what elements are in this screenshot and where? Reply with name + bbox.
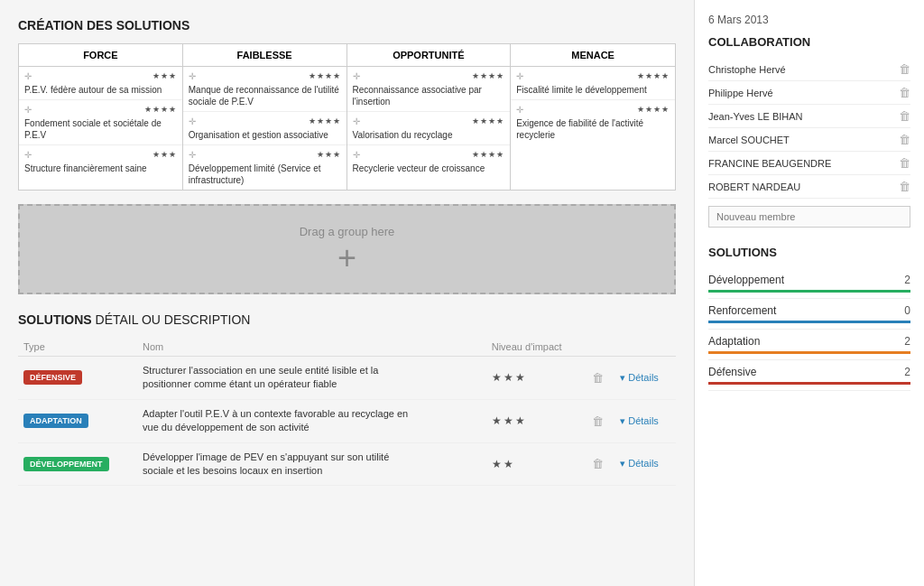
- member-name: Marcel SOUCHET: [708, 135, 790, 145]
- solution-label: Développement: [708, 274, 784, 286]
- swot-item-text: Fiscalité limite le développement: [516, 85, 647, 95]
- drag-handle-icon[interactable]: ✛: [516, 70, 523, 82]
- drag-handle-icon[interactable]: ✛: [353, 149, 360, 161]
- trash-icon[interactable]: 🗑: [899, 156, 910, 170]
- swot-item[interactable]: ✛ ★★★★ Valorisation du recyclage: [347, 112, 511, 145]
- trash-icon[interactable]: 🗑: [592, 457, 604, 470]
- table-row: ADAPTATION Adapter l'outil P.E.V à un co…: [18, 399, 676, 442]
- trash-icon[interactable]: 🗑: [899, 86, 910, 99]
- impact-cell: ★★★: [486, 357, 587, 400]
- badge-defensive: DÉFENSIVE: [23, 370, 82, 385]
- col-header-actions: [587, 338, 614, 357]
- impact-stars: ★★: [492, 458, 515, 470]
- badge-adaptation: ADAPTATION: [23, 414, 88, 428]
- member-name: Christophe Hervé: [708, 64, 786, 75]
- drag-handle-icon[interactable]: ✛: [353, 70, 360, 82]
- solutions-detail-title: SOLUTIONS DÉTAIL OU DESCRIPTION: [18, 312, 676, 327]
- table-row: DÉFENSIVE Structurer l'association en un…: [18, 357, 676, 400]
- solution-label: Défensive: [708, 366, 756, 378]
- details-cell[interactable]: ▾ Détails: [614, 442, 676, 486]
- trash-icon[interactable]: 🗑: [899, 180, 910, 193]
- drag-handle-icon[interactable]: ✛: [353, 116, 360, 127]
- swot-item[interactable]: ✛ ★★★★ Reconnaissance associative par l'…: [347, 67, 511, 112]
- stars: ★★★: [152, 150, 177, 161]
- impact-stars: ★★★: [492, 414, 527, 427]
- swot-col-opportunite: OPPORTUNITÉ ✛ ★★★★ Reconnaissance associ…: [347, 44, 512, 190]
- drag-handle-icon[interactable]: ✛: [189, 116, 196, 127]
- badge-cell: DÉVELOPPEMENT: [18, 442, 137, 486]
- details-link[interactable]: ▾ Détails: [620, 372, 659, 383]
- trash-icon[interactable]: 🗑: [592, 414, 604, 428]
- swot-item[interactable]: ✛ ★★★★ Manque de reconnaissance de l'uti…: [183, 67, 346, 112]
- swot-col-menace: MENACE ✛ ★★★★ Fiscalité limite le dévelo…: [511, 44, 675, 190]
- swot-header-menace: MENACE: [511, 44, 675, 67]
- swot-col-faiblesse: FAIBLESSE ✛ ★★★★ Manque de reconnaissanc…: [183, 44, 347, 190]
- trash-icon[interactable]: 🗑: [592, 371, 604, 385]
- drag-handle-icon[interactable]: ✛: [24, 149, 32, 161]
- swot-item[interactable]: ✛ ★★★★ Exigence de fiabilité de l'activi…: [511, 100, 675, 144]
- swot-item-text: Valorisation du recyclage: [353, 130, 453, 140]
- new-member-input[interactable]: [708, 206, 910, 228]
- name-cell: Structurer l'association en une seule en…: [137, 357, 486, 400]
- solutions-sidebar-title: SOLUTIONS: [708, 246, 910, 259]
- collaboration-title: COLLABORATION: [708, 35, 910, 49]
- badge-cell: ADAPTATION: [18, 399, 137, 442]
- col-header-nom: Nom: [137, 338, 486, 357]
- solutions-detail-title-sub: DÉTAIL OU DESCRIPTION: [92, 312, 251, 327]
- trash-cell[interactable]: 🗑: [587, 357, 614, 400]
- swot-item-text: Exigence de fiabilité de l'activité recy…: [516, 118, 643, 140]
- stars: ★★★★: [472, 116, 504, 127]
- trash-cell[interactable]: 🗑: [587, 442, 614, 486]
- collab-member: Marcel SOUCHET 🗑: [708, 128, 910, 152]
- stars: ★★★★: [637, 71, 670, 82]
- collab-member: Philippe Hervé 🗑: [708, 81, 910, 105]
- trash-icon[interactable]: 🗑: [899, 133, 910, 146]
- name-cell: Développer l'image de PEV en s'appuyant …: [137, 442, 486, 486]
- trash-icon[interactable]: 🗑: [899, 109, 910, 123]
- details-link[interactable]: ▾ Détails: [620, 415, 659, 426]
- drag-handle-icon[interactable]: ✛: [189, 70, 196, 82]
- stars: ★★★★: [472, 150, 504, 161]
- member-name: Philippe Hervé: [708, 88, 773, 98]
- collab-member: Christophe Hervé 🗑: [708, 58, 910, 81]
- solution-row-wrapper: Développement 2: [708, 268, 910, 299]
- swot-item[interactable]: ✛ ★★★★ Fondement sociale et sociétale de…: [19, 100, 182, 145]
- swot-item[interactable]: ✛ ★★★ P.E.V. fédère autour de sa mission: [19, 67, 182, 100]
- drag-handle-icon[interactable]: ✛: [189, 149, 196, 161]
- swot-item[interactable]: ✛ ★★★★ Organisation et gestion associati…: [183, 112, 346, 145]
- swot-item-text: Organisation et gestion associative: [189, 130, 328, 140]
- swot-item-text: Fondement sociale et sociétale de P.E.V: [24, 118, 162, 140]
- drag-handle-icon[interactable]: ✛: [516, 104, 523, 116]
- swot-item[interactable]: ✛ ★★★★ Fiscalité limite le développement: [511, 67, 675, 100]
- details-link[interactable]: ▾ Détails: [620, 458, 659, 469]
- swot-item-text: Développement limité (Service et infrast…: [189, 163, 321, 185]
- solution-count: 0: [904, 304, 910, 317]
- solution-name: Structurer l'association en une seule en…: [143, 364, 413, 392]
- details-cell[interactable]: ▾ Détails: [614, 357, 676, 400]
- solution-row-wrapper: Renforcement 0: [708, 299, 910, 330]
- swot-item[interactable]: ✛ ★★★★ Recyclerie vecteur de croissance: [347, 145, 511, 178]
- solution-name: Développer l'image de PEV en s'appuyant …: [143, 451, 413, 479]
- badge-cell: DÉFENSIVE: [18, 357, 137, 400]
- swot-item[interactable]: ✛ ★★★ Développement limité (Service et i…: [183, 145, 346, 190]
- solution-row-wrapper: Défensive 2: [708, 360, 910, 391]
- swot-item-text: Manque de reconnaissance de l'utilité so…: [189, 85, 339, 107]
- collab-member: FRANCINE BEAUGENDRE 🗑: [708, 152, 910, 175]
- impact-stars: ★★★: [492, 371, 527, 384]
- impact-cell: ★★: [486, 442, 587, 486]
- solutions-detail-section: SOLUTIONS DÉTAIL OU DESCRIPTION Type Nom…: [18, 312, 676, 486]
- trash-cell[interactable]: 🗑: [587, 399, 614, 442]
- name-cell: Adapter l'outil P.E.V à un contexte favo…: [137, 399, 486, 442]
- solution-bar-orange: [708, 351, 910, 354]
- swot-item[interactable]: ✛ ★★★ Structure financièrement saine: [19, 145, 182, 178]
- stars: ★★★★: [309, 116, 341, 127]
- solution-bar-green: [708, 290, 910, 293]
- drag-handle-icon[interactable]: ✛: [24, 104, 32, 116]
- col-header-type: Type: [18, 338, 137, 357]
- solutions-sidebar: SOLUTIONS Développement 2 Renforcement 0…: [708, 246, 910, 391]
- trash-icon[interactable]: 🗑: [899, 62, 910, 76]
- details-cell[interactable]: ▾ Détails: [614, 399, 676, 442]
- drag-group-zone[interactable]: Drag a group here +: [18, 204, 676, 294]
- stars: ★★★★: [309, 71, 341, 82]
- drag-handle-icon[interactable]: ✛: [24, 70, 32, 82]
